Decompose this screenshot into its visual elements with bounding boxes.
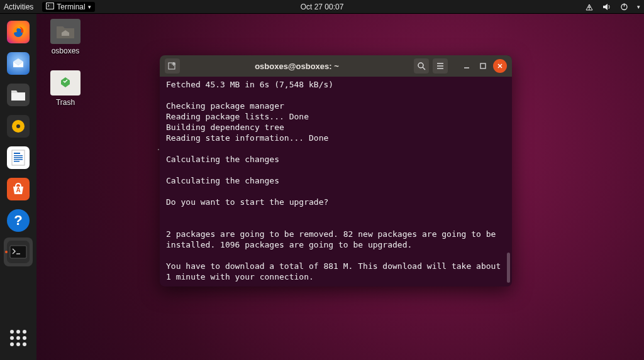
desktop-home-label: osboxes <box>43 46 88 55</box>
top-panel: Activities Terminal ▾ Oct 27 00:07 ▾ <box>0 0 644 14</box>
svg-rect-1 <box>47 3 53 9</box>
chevron-down-icon[interactable]: ▾ <box>637 4 640 10</box>
terminal-output: Fetched 45.3 MB in 6s (7,548 kB/s) Check… <box>166 80 501 286</box>
folder-home-icon <box>50 19 80 44</box>
terminal-titlebar[interactable]: osboxes@osboxes: ~ <box>160 55 512 77</box>
hamburger-icon <box>436 62 445 70</box>
svg-rect-26 <box>480 63 486 68</box>
dock-terminal[interactable] <box>4 237 33 266</box>
app-menu[interactable]: Terminal ▾ <box>42 2 94 12</box>
terminal-title: osboxes@osboxes: ~ <box>180 62 414 71</box>
close-icon <box>497 63 503 69</box>
svg-rect-11 <box>14 157 23 158</box>
svg-rect-15 <box>10 246 26 258</box>
apps-grid-icon <box>10 330 26 346</box>
app-menu-label: Terminal <box>57 3 85 11</box>
network-icon[interactable] <box>585 3 594 11</box>
svg-rect-12 <box>14 159 23 160</box>
svg-rect-10 <box>14 155 23 156</box>
terminal-scrollbar[interactable] <box>507 253 510 283</box>
trash-icon <box>50 70 80 95</box>
dock-help[interactable]: ? <box>4 206 33 235</box>
minimize-button[interactable] <box>460 60 473 72</box>
power-icon[interactable] <box>620 3 628 11</box>
volume-icon[interactable] <box>602 3 611 11</box>
close-button[interactable] <box>493 59 507 73</box>
terminal-indicator-icon <box>46 3 54 11</box>
terminal-window: osboxes@osboxes: ~ Fetched 45.3 MB in 6s… <box>160 55 512 286</box>
terminal-body[interactable]: Fetched 45.3 MB in 6s (7,548 kB/s) Check… <box>160 77 512 286</box>
menu-button[interactable] <box>433 58 448 74</box>
dock-software[interactable]: A <box>4 175 33 204</box>
chevron-down-icon: ▾ <box>88 4 91 10</box>
show-applications[interactable] <box>4 324 33 352</box>
dock-thunderbird[interactable] <box>4 49 33 78</box>
dock-files[interactable] <box>4 80 33 109</box>
dock: A ? <box>0 14 36 360</box>
svg-text:A: A <box>16 187 20 194</box>
svg-rect-5 <box>11 93 25 101</box>
desktop-home-folder[interactable]: osboxes <box>43 19 88 55</box>
minimize-icon <box>463 62 470 70</box>
svg-point-7 <box>16 124 20 128</box>
svg-rect-13 <box>14 161 19 162</box>
desktop-trash-label: Trash <box>43 98 88 107</box>
svg-line-21 <box>423 67 425 70</box>
new-tab-icon <box>168 62 177 70</box>
clock[interactable]: Oct 27 00:07 <box>301 3 344 11</box>
dock-rhythmbox[interactable] <box>4 112 33 141</box>
search-button[interactable] <box>414 58 429 74</box>
activities-button[interactable]: Activities <box>4 3 33 11</box>
svg-rect-9 <box>14 153 20 154</box>
maximize-icon <box>479 62 487 70</box>
dock-writer[interactable] <box>4 143 33 172</box>
maximize-button[interactable] <box>477 60 489 72</box>
desktop-trash[interactable]: Trash <box>43 70 88 107</box>
new-tab-button[interactable] <box>165 58 180 74</box>
dock-firefox[interactable] <box>4 18 33 46</box>
search-icon <box>417 62 426 70</box>
svg-point-20 <box>418 63 423 68</box>
